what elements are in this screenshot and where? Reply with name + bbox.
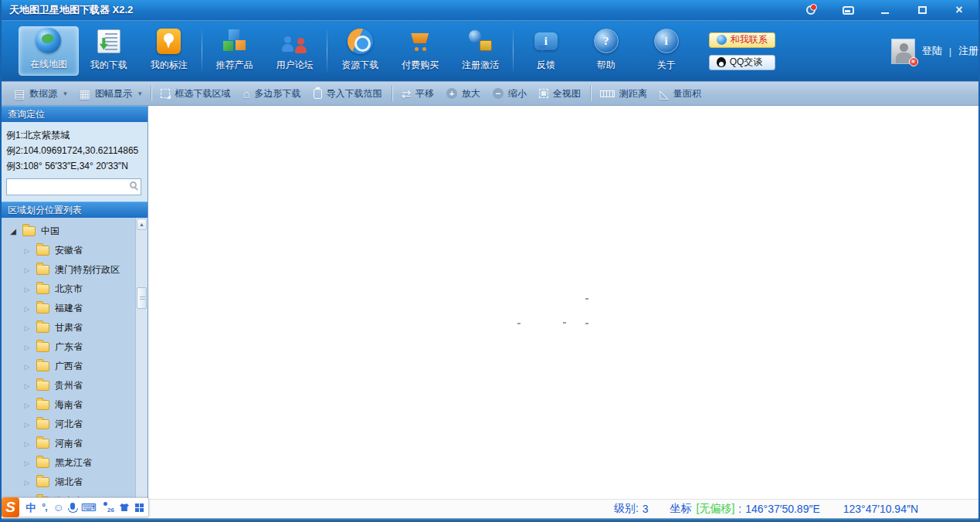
tree-collapsed-icon[interactable]: ▷ — [23, 266, 31, 274]
zoom-level-value: 3 — [643, 503, 649, 515]
ime-punctuation-toggle[interactable]: °, — [42, 503, 46, 512]
input-mode-icon[interactable]: 26 — [103, 502, 114, 513]
region-tree: ◢ 中国 ▷ 安徽省 ▷ 澳门特别行政区 ▷ — [2, 218, 148, 499]
tree-item-province[interactable]: ▷ 安徽省 — [2, 241, 135, 260]
tree-item-province[interactable]: ▷ 福建省 — [2, 299, 135, 318]
update-notification-icon[interactable] — [804, 4, 818, 16]
scroll-up-arrow-icon[interactable]: ▲ — [137, 219, 147, 230]
tree-collapsed-icon[interactable]: ▷ — [23, 479, 31, 486]
toolbar-button-about[interactable]: i 关于 — [636, 26, 697, 76]
login-link[interactable]: 登陆 — [922, 44, 942, 58]
tree-expanded-icon[interactable]: ◢ — [9, 227, 17, 236]
qq-penguin-icon — [717, 57, 726, 67]
tree-item-province[interactable]: ▷ 黑龙江省 — [2, 453, 135, 473]
sidebar: 查询定位 例1:北京紫禁城 例2:104.09691724,30.6211486… — [2, 106, 148, 499]
toolbar-button-feedback[interactable]: i 反馈 — [516, 26, 576, 76]
toolbar-button-help[interactable]: ? 帮助 — [576, 26, 636, 76]
toolbar-button-label: 我的下载 — [90, 59, 127, 72]
tree-item-province[interactable]: ▷ 北京市 — [2, 280, 135, 299]
toolbar-button-online-map[interactable]: 在线地图 — [19, 26, 79, 76]
tree-collapsed-icon[interactable]: ▷ — [23, 440, 31, 448]
polygon-download-button[interactable]: ⌂ 多边形下载 — [236, 84, 307, 103]
info-icon: i — [654, 29, 679, 53]
toolbar-button-paid-purchase[interactable]: 付费购买 — [390, 26, 450, 76]
tree-collapsed-icon[interactable]: ▷ — [23, 363, 31, 371]
keyboard-icon[interactable]: ⌨ — [81, 502, 97, 513]
emoji-icon[interactable]: ☺ — [53, 502, 63, 513]
box-select-download-button[interactable]: 框选下载区域 — [154, 84, 236, 103]
tree-item-province[interactable]: ▷ 湖北省 — [2, 473, 135, 492]
tree-item-label: 河南省 — [55, 437, 83, 450]
tree-item-province[interactable]: ▷ 河北省 — [2, 415, 135, 434]
tree-collapsed-icon[interactable]: ▷ — [23, 286, 31, 293]
tree-collapsed-icon[interactable]: ▷ — [23, 459, 31, 467]
tree-item-province[interactable]: ▷ 广西省 — [2, 357, 135, 376]
minimize-button[interactable] — [878, 4, 892, 16]
full-view-button[interactable]: 全视图 — [533, 84, 587, 103]
toolbar-button-register-activate[interactable]: 注册激活 — [450, 26, 510, 76]
tree-item-province[interactable]: ▷ 贵州省 — [2, 376, 135, 395]
account-area: × 登陆 | 注册 — [891, 39, 978, 64]
tree-collapsed-icon[interactable]: ▷ — [23, 402, 31, 409]
measure-distance-button[interactable]: 测距离 — [594, 84, 653, 103]
close-button[interactable]: × — [952, 4, 966, 16]
tree-item-root[interactable]: ◢ 中国 — [2, 222, 135, 241]
zoom-level-label: 级别: — [614, 502, 639, 516]
scrollbar-thumb[interactable] — [137, 287, 147, 309]
toolbox-grid-icon[interactable] — [135, 503, 144, 512]
ime-language-toggle[interactable]: 中 — [25, 503, 36, 513]
microphone-icon[interactable] — [70, 503, 75, 512]
tree-item-province[interactable]: ▷ 甘肃省 — [2, 318, 135, 337]
skin-icon[interactable] — [841, 4, 855, 16]
measure-area-button[interactable]: ◺ 量面积 — [653, 84, 707, 103]
tree-scrollbar[interactable]: ▲ — [135, 218, 148, 499]
contact-me-button[interactable]: 和我联系 — [709, 32, 775, 48]
tree-collapsed-icon[interactable]: ▷ — [23, 305, 31, 313]
sogou-logo-icon[interactable]: S — [2, 497, 19, 517]
tree-collapsed-icon[interactable]: ▷ — [23, 344, 31, 351]
toolbar-button-my-downloads[interactable]: 我的下载 — [79, 26, 139, 76]
pan-button[interactable]: ⇄ 平移 — [395, 84, 441, 103]
toolbar-button-label: 我的标注 — [151, 59, 188, 72]
datasource-dropdown[interactable]: ▤ 数据源 ▾ — [8, 84, 73, 103]
zoom-out-button[interactable]: − 缩小 — [487, 84, 533, 103]
tree-collapsed-icon[interactable]: ▷ — [23, 382, 31, 390]
example-line: 例2:104.09691724,30.62114865 — [6, 143, 148, 158]
toolbar-button-user-forum[interactable]: 用户论坛 — [265, 26, 325, 76]
frame-display-dropdown[interactable]: ▦ 图幅显示 ▾ — [73, 84, 148, 103]
toolbar-button-recommended-products[interactable]: 推荐产品 — [205, 26, 265, 76]
ime-toolbar[interactable]: S 中 °, ☺ ⌨ 26 — [2, 497, 149, 517]
avatar[interactable]: × — [891, 39, 915, 64]
toolbar-button-label: 用户论坛 — [276, 59, 313, 72]
coordinate-label: 坐标 — [670, 502, 692, 516]
tree-collapsed-icon[interactable]: ▷ — [23, 247, 31, 255]
toolbar-button-resource-download[interactable]: 资源下载 — [330, 26, 390, 76]
tree-item-label: 澳门特别行政区 — [55, 263, 120, 276]
tree-item-province[interactable]: ▷ 河南省 — [2, 434, 135, 453]
example-line: 例3:108° 56′33″E,34° 20′33″N — [6, 158, 148, 174]
titlebar: 天地图卫星地图下载器 X2.2 × — [2, 0, 978, 20]
register-link[interactable]: 注册 — [958, 44, 978, 58]
account-divider: | — [949, 46, 951, 57]
search-icon[interactable] — [130, 181, 137, 188]
tree-item-label: 河北省 — [55, 418, 83, 431]
map-canvas[interactable] — [148, 106, 978, 499]
tree-item-label: 贵州省 — [55, 379, 83, 392]
folder-icon — [36, 419, 49, 429]
skin-shirt-icon[interactable] — [120, 503, 129, 511]
tree-item-province[interactable]: ▷ 澳门特别行政区 — [2, 260, 135, 280]
zoom-in-button[interactable]: + 放大 — [440, 84, 487, 103]
toolbar-button-my-annotations[interactable]: 我的标注 — [139, 26, 199, 76]
tree-item-province[interactable]: ▷ 海南省 — [2, 395, 135, 415]
import-range-button[interactable]: 导入下载范围 — [307, 84, 388, 103]
folder-icon — [36, 381, 49, 391]
tree-collapsed-icon[interactable]: ▷ — [23, 324, 31, 332]
qq-chat-button[interactable]: QQ交谈 — [709, 55, 775, 70]
tree-item-label: 海南省 — [55, 398, 83, 412]
ribbon-separator — [392, 86, 392, 101]
search-input[interactable] — [6, 178, 141, 195]
maximize-button[interactable] — [915, 4, 929, 16]
tree-collapsed-icon[interactable]: ▷ — [23, 421, 31, 429]
tree-item-province[interactable]: ▷ 广东省 — [2, 337, 135, 357]
clipboard-icon — [314, 89, 322, 99]
